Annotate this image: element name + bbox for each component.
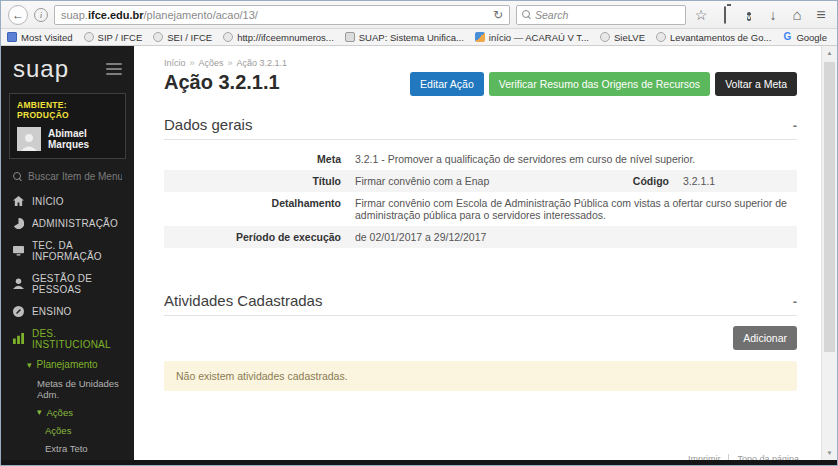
- row-value: Firmar convênio com Escola de Administra…: [349, 192, 797, 226]
- google-favicon: G: [782, 32, 792, 42]
- edit-action-button[interactable]: Editar Ação: [410, 72, 484, 96]
- scrollbar-thumb[interactable]: [824, 62, 835, 352]
- monitor-icon: [13, 245, 24, 256]
- suap-logo[interactable]: suap: [13, 55, 69, 83]
- pencil-circle-icon: [13, 306, 24, 317]
- person-icon: [13, 278, 24, 289]
- bookmark-label: http://ifceemnumeros...: [237, 32, 334, 43]
- chevron-down-icon: ▾: [27, 360, 32, 370]
- sidebar-item-inicio[interactable]: INÍCIO: [1, 190, 134, 212]
- user-name: Abimael Marques: [48, 128, 118, 150]
- bookmark-google[interactable]: GGoogle: [782, 32, 827, 43]
- browser-search-input[interactable]: [535, 9, 680, 21]
- sidebar-item-label: ADMINISTRAÇÃO: [32, 218, 118, 229]
- menu-icon[interactable]: ≡: [812, 7, 830, 23]
- breadcrumb: Início»Ações»Ação 3.2.1.1: [164, 58, 287, 68]
- empty-activities-alert: Não existem atividades cadastradas.: [164, 361, 797, 391]
- bookmark-label: Google: [796, 32, 827, 43]
- globe-favicon: [600, 32, 610, 42]
- print-link[interactable]: Imprimir: [680, 454, 729, 460]
- user-row[interactable]: Abimael Marques: [17, 127, 118, 151]
- image-favicon: [475, 32, 485, 42]
- globe-favicon: [84, 32, 94, 42]
- bookmark-sieve[interactable]: SieLVE: [600, 32, 645, 43]
- bookmark-suap[interactable]: SUAP: Sistema Unifica...: [345, 32, 464, 43]
- collapse-toggle[interactable]: -: [793, 294, 797, 309]
- section-dados-gerais-header: Dados gerais -: [164, 116, 797, 140]
- row-label: Título: [164, 170, 349, 192]
- environment-box: AMBIENTE: PRODUÇÃO Abimael Marques: [9, 93, 126, 159]
- top-link[interactable]: Topo da página: [728, 454, 807, 460]
- verify-resources-button[interactable]: Verificar Resumo das Origens de Recursos: [489, 72, 710, 96]
- bookmark-acarau[interactable]: início — ACARAÚ V T...: [475, 32, 589, 43]
- url-path: /planejamento/acao/13/: [144, 9, 258, 21]
- browser-search-box[interactable]: [516, 5, 686, 25]
- bookmark-label: início — ACARAÚ V T...: [489, 32, 589, 43]
- row-label-codigo: Código: [621, 170, 677, 192]
- bookmark-ifceemnumeros[interactable]: http://ifceemnumeros...: [223, 32, 334, 43]
- url-domain: ifce.edu.br: [88, 9, 144, 21]
- sidebar-item-tec-informacao[interactable]: TEC. DA INFORMAÇÃO: [1, 234, 134, 267]
- breadcrumb-acoes[interactable]: Ações: [199, 58, 224, 68]
- sidebar-menu: INÍCIO ADMINISTRAÇÃO TEC. DA INFORMAÇÃO …: [1, 190, 134, 460]
- menu-search-input[interactable]: [28, 171, 122, 182]
- sidebar-item-label: INÍCIO: [32, 196, 64, 207]
- row-label: Detalhamento: [164, 192, 349, 226]
- window-bottom-edge: [1, 460, 837, 465]
- back-to-goal-button[interactable]: Voltar a Meta: [715, 72, 797, 96]
- section-title: Dados gerais: [164, 116, 252, 133]
- row-value: de 02/01/2017 a 29/12/2017: [349, 226, 797, 248]
- sidebar-item-extra-teto[interactable]: Extra Teto: [1, 439, 134, 457]
- back-button[interactable]: ←: [8, 5, 28, 25]
- row-label: Meta: [164, 148, 349, 170]
- page-scrollbar[interactable]: ▲ ▼: [821, 46, 837, 460]
- globe-favicon: [656, 32, 666, 42]
- sidebar-item-metas-unidades[interactable]: Metas de Unidades Adm.: [1, 374, 134, 403]
- bookmark-sip-ifce[interactable]: SIP / IFCE: [84, 32, 143, 43]
- url-bar[interactable]: suap.ifce.edu.br/planejamento/acao/13/ ↻: [54, 5, 510, 25]
- sidebar-item-acoes-group[interactable]: ▾ Ações: [1, 403, 134, 421]
- sidebar-item-planejamento[interactable]: ▾ Planejamento: [1, 355, 134, 374]
- downloads-icon[interactable]: ↓: [764, 8, 782, 22]
- bookmark-label: Levantamentos de Go...: [670, 32, 771, 43]
- site-info-icon[interactable]: i: [34, 8, 48, 22]
- row-value-codigo: 3.2.1.1: [677, 170, 797, 192]
- breadcrumb-inicio[interactable]: Início: [164, 58, 186, 68]
- sidebar-item-ensino[interactable]: ENSINO: [1, 300, 134, 322]
- add-activity-button[interactable]: Adicionar: [733, 326, 797, 350]
- table-row-detalhamento: Detalhamento Firmar convênio com Escola …: [164, 192, 797, 226]
- home-icon[interactable]: ⌂: [788, 7, 806, 22]
- bookmark-sei-ifce[interactable]: SEI / IFCE: [153, 32, 212, 43]
- breadcrumb-separator: »: [228, 58, 233, 68]
- reload-icon[interactable]: ↻: [493, 8, 503, 22]
- section-title: Atividades Cadastradas: [164, 292, 322, 309]
- collapse-toggle[interactable]: -: [793, 118, 797, 133]
- scroll-up-icon[interactable]: ▲: [822, 50, 837, 56]
- clipboard-icon: [724, 6, 726, 24]
- dados-gerais-table: Meta 3.2.1 - Promover a qualificação de …: [164, 148, 797, 248]
- pie-icon: [13, 218, 24, 229]
- globe-favicon: [223, 32, 233, 42]
- bookmark-star-icon[interactable]: ☆: [692, 8, 710, 22]
- bookmark-levantamentos[interactable]: Levantamentos de Go...: [656, 32, 771, 43]
- sidebar-item-administracao[interactable]: ADMINISTRAÇÃO: [1, 212, 134, 234]
- breadcrumb-current: Ação 3.2.1.1: [237, 58, 288, 68]
- bookmarks-panel-icon[interactable]: [716, 8, 734, 22]
- sidebar-item-des-institucional[interactable]: DES. INSTITUCIONAL: [1, 322, 134, 355]
- main-content: Início»Ações»Ação 3.2.1.1 Ação 3.2.1.1 E…: [134, 46, 837, 460]
- sidebar-item-label: ENSINO: [32, 306, 72, 317]
- sidebar-toggle-icon[interactable]: [106, 60, 122, 78]
- chevron-down-icon: ▾: [37, 407, 42, 417]
- sidebar-item-gestao-pessoas[interactable]: GESTÃO DE PESSOAS: [1, 267, 134, 300]
- browser-toolbar: ← i suap.ifce.edu.br/planejamento/acao/1…: [1, 1, 837, 29]
- bookmark-most-visited[interactable]: Most Visited: [7, 32, 73, 43]
- row-value: Firmar convênio com a Enap: [349, 170, 621, 192]
- suap-sidebar: suap AMBIENTE: PRODUÇÃO Abimael Marques: [1, 46, 134, 460]
- scroll-down-icon[interactable]: ▼: [822, 450, 837, 456]
- pocket-icon[interactable]: v: [740, 7, 758, 23]
- browser-window: ← i suap.ifce.edu.br/planejamento/acao/1…: [0, 0, 838, 466]
- menu-search[interactable]: [13, 171, 122, 182]
- sidebar-item-label: DES. INSTITUCIONAL: [32, 328, 122, 350]
- row-value: 3.2.1 - Promover a qualificação de servi…: [349, 148, 797, 170]
- sidebar-item-acoes[interactable]: Ações: [1, 421, 134, 439]
